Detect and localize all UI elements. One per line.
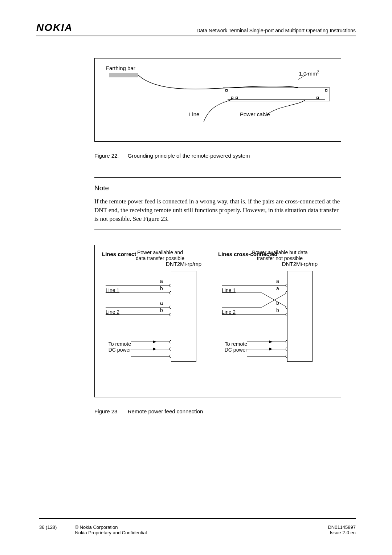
- line2-label-left: Line 2: [106, 309, 119, 315]
- pin-a: a: [160, 300, 163, 306]
- line1-label-right: Line 1: [222, 287, 236, 293]
- page-number: 36 (128): [39, 524, 57, 535]
- lines-correct-panel: Lines correct DNT2Mi-rp/mp: [102, 251, 218, 267]
- note-body: If the remote power feed is connected in…: [94, 197, 341, 223]
- svg-marker-36: [269, 348, 273, 351]
- pin-b: b: [276, 300, 279, 306]
- note-block: Note If the remote power feed is connect…: [94, 177, 341, 230]
- issue: Issue 2-0 en: [328, 530, 356, 535]
- wire-spec-label: 1.0 mm2: [299, 70, 319, 77]
- wires-left: [102, 251, 218, 396]
- pin-a: a: [276, 285, 279, 291]
- earthing-bar-label: Earthing bar: [106, 65, 135, 71]
- device-box: [223, 88, 330, 101]
- figure-23-number: Figure 23.: [94, 408, 119, 414]
- figure-23-caption: Figure 23. Remote power feed connection: [94, 408, 341, 414]
- line-label: Line: [189, 111, 199, 117]
- line-block-right: [287, 271, 313, 362]
- svg-marker-35: [269, 340, 273, 343]
- figure-22-title: Grounding principle of the remote-powere…: [128, 153, 250, 159]
- pin-b: b: [160, 285, 163, 291]
- document-title: Data Network Terminal Single-port and Mu…: [196, 28, 356, 33]
- line-block-left: [171, 271, 196, 362]
- to-remote-right: To remote DC power: [204, 341, 247, 353]
- outcome-right: Power available but data transfer not po…: [233, 250, 327, 261]
- figure-22-caption: Figure 22. Grounding principle of the re…: [94, 153, 341, 159]
- wires-right: [218, 251, 334, 396]
- svg-marker-15: [153, 340, 156, 343]
- confidential: Nokia Proprietary and Confidential: [75, 530, 147, 535]
- note-heading: Note: [94, 184, 341, 192]
- outcome-left: Power available and data transfer possib…: [113, 250, 207, 261]
- svg-marker-16: [153, 348, 156, 351]
- to-remote-left: To remote DC power: [87, 341, 131, 353]
- copyright: © Nokia Corporation: [75, 524, 147, 530]
- figure-23-diagram: Lines correct DNT2Mi-rp/mp: [94, 245, 341, 397]
- pin-b: b: [276, 307, 279, 313]
- page-footer: 36 (128) © Nokia Corporation Nokia Propr…: [39, 524, 356, 535]
- pin-a: a: [276, 278, 279, 284]
- footer-rule: [39, 518, 356, 519]
- power-cable-label: Power cable: [240, 111, 270, 117]
- doc-number: DN01145897: [328, 524, 356, 530]
- line1-label-left: Line 1: [106, 287, 119, 293]
- figure-22-number: Figure 22.: [94, 153, 119, 159]
- earthing-bar-shape: [109, 73, 138, 77]
- line2-label-right: Line 2: [222, 309, 236, 315]
- lines-cross-panel: Lines cross-connected DNT2Mi-rp/mp: [218, 251, 334, 267]
- figure-22-diagram: Earthing bar 1.0 mm2 Line Power cable: [94, 58, 341, 142]
- figure-23-title: Remote power feed connection: [128, 408, 203, 414]
- pin-a: a: [160, 278, 163, 284]
- page-header: NOKIA Data Network Terminal Single-port …: [36, 22, 356, 36]
- nokia-logo: NOKIA: [36, 22, 73, 33]
- pin-b: b: [160, 307, 163, 313]
